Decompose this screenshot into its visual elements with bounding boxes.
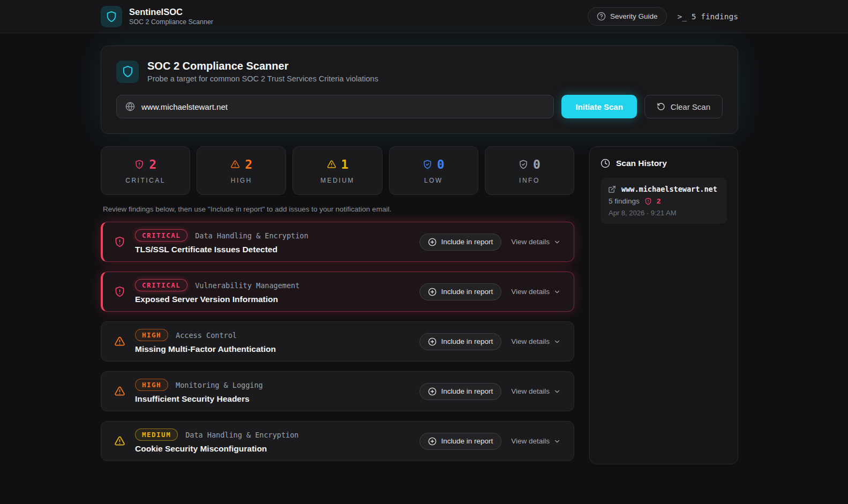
plus-circle-icon: [428, 437, 437, 446]
help-circle-icon: [597, 12, 606, 21]
clock-icon: [601, 159, 610, 168]
severity-card-info: 0 INFO: [485, 146, 574, 195]
finding-row: CRITICAL Data Handling & Encryption TLS/…: [101, 222, 574, 262]
finding-category: Data Handling & Encryption: [195, 231, 308, 240]
shield-check-icon: [423, 160, 432, 169]
target-url-field: [116, 95, 554, 118]
include-in-report-button[interactable]: Include in report: [419, 234, 501, 251]
high-label: HIGH: [231, 177, 252, 184]
include-in-report-button[interactable]: Include in report: [419, 333, 501, 350]
finding-category: Access Control: [176, 331, 237, 340]
scanner-title: SOC 2 Compliance Scanner: [147, 60, 378, 72]
findings-list: CRITICAL Data Handling & Encryption TLS/…: [101, 222, 574, 461]
finding-title: Exposed Server Version Information: [135, 295, 419, 304]
finding-row: CRITICAL Vulnerability Management Expose…: [101, 272, 574, 312]
findings-counter: >_ 5 findings: [678, 12, 739, 21]
app-logo: [101, 6, 122, 27]
plus-circle-icon: [428, 288, 437, 296]
view-details-button[interactable]: View details: [511, 238, 561, 246]
scanner-subtitle: Probe a target for common SOC 2 Trust Se…: [147, 74, 378, 83]
history-date: Apr 8, 2026 · 9:21 AM: [608, 209, 719, 217]
finding-row: MEDIUM Data Handling & Encryption Cookie…: [101, 421, 574, 461]
plus-circle-icon: [428, 238, 437, 246]
review-hint: Review findings below, then use "Include…: [103, 205, 574, 213]
rotate-ccw-icon: [657, 102, 665, 111]
chevron-down-icon: [553, 438, 561, 445]
severity-badge: CRITICAL: [135, 229, 187, 242]
severity-card-medium: 1 MEDIUM: [292, 146, 382, 195]
clear-scan-label: Clear Scan: [671, 102, 710, 111]
severity-summary: 2 CRITICAL 2 HIGH: [101, 146, 574, 195]
scan-history-panel: Scan History www.michaelstewart.net 5 fi…: [589, 146, 738, 464]
globe-icon: [125, 102, 135, 111]
severity-card-low: 0 LOW: [389, 146, 478, 195]
shield-icon: [106, 11, 117, 22]
clear-scan-button[interactable]: Clear Scan: [644, 95, 723, 118]
finding-row: HIGH Monitoring & Logging Insufficient S…: [101, 371, 574, 411]
triangle-alert-icon: [327, 160, 336, 169]
chevron-down-icon: [553, 238, 561, 246]
high-count: 2: [245, 157, 252, 171]
medium-count: 1: [341, 157, 349, 171]
initiate-scan-button[interactable]: Initiate Scan: [561, 95, 636, 118]
include-in-report-button[interactable]: Include in report: [419, 433, 501, 450]
triangle-alert-icon: [230, 160, 240, 169]
triangle-alert-icon: [114, 336, 125, 347]
medium-label: MEDIUM: [320, 177, 355, 184]
severity-card-critical: 2 CRITICAL: [101, 146, 190, 195]
view-details-button[interactable]: View details: [511, 437, 561, 445]
app-subtitle: SOC 2 Compliance Scanner: [129, 18, 213, 26]
target-url-input[interactable]: [141, 102, 545, 111]
chevron-down-icon: [553, 288, 561, 296]
view-details-button[interactable]: View details: [511, 387, 561, 395]
triangle-alert-icon: [114, 435, 125, 447]
severity-badge: HIGH: [135, 329, 168, 341]
top-bar: SentinelSOC SOC 2 Compliance Scanner Sev…: [0, 0, 848, 33]
app-name: SentinelSOC: [129, 7, 213, 17]
severity-guide-button[interactable]: Severity Guide: [588, 7, 667, 26]
shield-check-icon: [519, 160, 528, 169]
finding-title: Insufficient Security Headers: [135, 394, 419, 404]
critical-count: 2: [149, 157, 156, 171]
chevron-down-icon: [553, 338, 561, 345]
plus-circle-icon: [428, 337, 437, 346]
history-critical-count: 2: [657, 197, 661, 205]
info-label: INFO: [519, 177, 540, 184]
view-details-button[interactable]: View details: [511, 337, 561, 345]
history-target: www.michaelstewart.net: [621, 185, 717, 193]
finding-category: Data Handling & Encryption: [185, 431, 298, 439]
severity-badge: HIGH: [135, 379, 168, 391]
finding-title: TLS/SSL Certificate Issues Detected: [135, 245, 419, 254]
critical-label: CRITICAL: [125, 177, 166, 184]
chevron-down-icon: [553, 388, 561, 395]
scanner-card: SOC 2 Compliance Scanner Probe a target …: [101, 46, 738, 134]
finding-row: HIGH Access Control Missing Multi-Factor…: [101, 321, 574, 362]
view-details-button[interactable]: View details: [511, 288, 561, 296]
history-findings-count: 5 findings: [609, 197, 640, 205]
finding-title: Cookie Security Misconfiguration: [135, 444, 419, 454]
brand: SentinelSOC SOC 2 Compliance Scanner: [101, 6, 213, 27]
scan-history-title: Scan History: [616, 159, 667, 168]
severity-badge: MEDIUM: [135, 428, 178, 441]
severity-guide-label: Severity Guide: [610, 12, 658, 20]
triangle-alert-icon: [114, 386, 125, 397]
shield-alert-icon: [114, 236, 125, 247]
include-in-report-button[interactable]: Include in report: [419, 283, 501, 300]
finding-title: Missing Multi-Factor Authentication: [135, 344, 419, 354]
severity-card-high: 2 HIGH: [197, 146, 286, 195]
shield-alert-icon: [134, 160, 144, 169]
finding-category: Monitoring & Logging: [176, 381, 263, 389]
scan-history-item[interactable]: www.michaelstewart.net 5 findings 2 Apr …: [601, 178, 727, 224]
include-in-report-button[interactable]: Include in report: [419, 383, 501, 400]
info-count: 0: [533, 157, 541, 171]
severity-badge: CRITICAL: [135, 279, 187, 291]
shield-alert-icon: [644, 198, 652, 205]
low-label: LOW: [424, 177, 443, 184]
scanner-shield-icon: [116, 61, 139, 83]
shield-alert-icon: [114, 286, 125, 297]
plus-circle-icon: [428, 387, 437, 396]
low-count: 0: [437, 157, 445, 171]
finding-category: Vulnerability Management: [195, 281, 299, 290]
external-link-icon: [608, 185, 616, 193]
